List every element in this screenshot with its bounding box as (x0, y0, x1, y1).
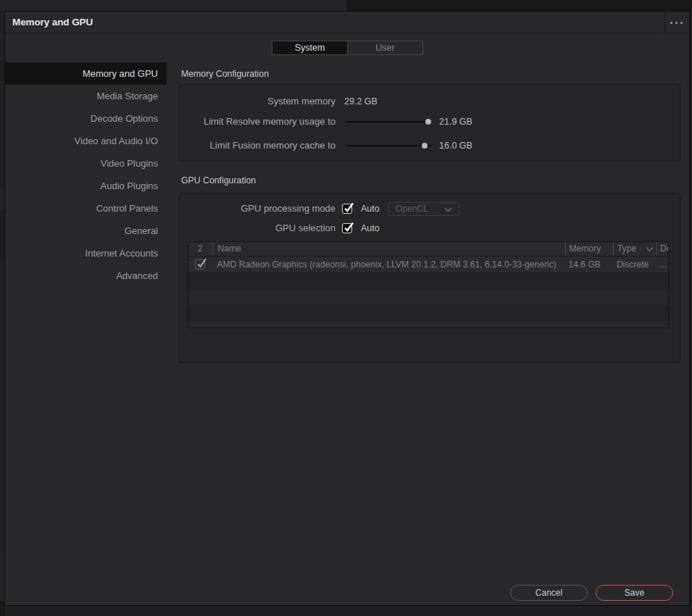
gpu-selection-label: GPU selection (180, 219, 335, 238)
background-app-top-left (0, 0, 347, 11)
background-app-right-edge (689, 11, 692, 616)
checkmark-icon (196, 258, 207, 270)
slider-knob[interactable] (422, 143, 428, 149)
gpu-table-empty-row (188, 289, 668, 305)
background-app-bottom-edge (5, 605, 689, 616)
gpu-configuration-panel: GPU processing mode Auto OpenCL GPU sele… (179, 193, 680, 363)
gpu-processing-mode-row: GPU processing mode Auto OpenCL (180, 199, 680, 218)
ellipsis-icon (680, 22, 683, 24)
sidebar-item-control-panels[interactable]: Control Panels (5, 197, 167, 220)
gpu-processing-mode-selected-option: OpenCL (396, 203, 428, 215)
background-app-left-edge (0, 11, 5, 616)
resolve-memory-value: 21.9 GB (439, 112, 472, 131)
gpu-table-empty-row (188, 305, 668, 321)
sidebar-item-memory-and-gpu[interactable]: Memory and GPU (5, 62, 167, 85)
gpu-name-cell: AMD Radeon Graphics (radeonsi, phoenix, … (212, 257, 565, 272)
gpu-configuration-heading: GPU Configuration (181, 173, 256, 188)
gpu-count-column-header[interactable]: 2 (188, 242, 212, 256)
gpu-row-checkbox[interactable] (195, 259, 205, 270)
memory-column-header[interactable]: Memory (565, 242, 613, 256)
sidebar-item-advanced[interactable]: Advanced (5, 265, 167, 287)
resolve-memory-row: Limit Resolve memory usage to 21.9 GB (180, 112, 680, 131)
gpu-processing-mode-label: GPU processing mode (180, 199, 335, 218)
fusion-cache-value: 16.0 GB (439, 136, 472, 155)
cancel-button[interactable]: Cancel (510, 585, 588, 601)
sidebar-item-video-plugins[interactable]: Video Plugins (5, 152, 167, 175)
slider-track (346, 121, 431, 122)
chevron-down-icon (444, 207, 452, 212)
ellipsis-icon (675, 22, 678, 24)
fusion-cache-label: Limit Fusion memory cache to (180, 136, 335, 155)
ellipsis-icon (670, 22, 672, 24)
system-memory-value: 29.2 GB (344, 92, 378, 111)
gpu-type-cell: Discrete (613, 257, 656, 272)
slider-knob[interactable] (425, 119, 431, 125)
gpu-device-cell: ... (656, 257, 667, 272)
screen: Memory and GPU System User Memory and GP… (0, 0, 692, 616)
gpu-selection-auto-label: Auto (361, 223, 380, 233)
gpu-selection-auto-checkbox[interactable] (342, 223, 352, 233)
name-column-header[interactable]: Name (212, 242, 565, 256)
sidebar: Memory and GPU Media Storage Decode Opti… (5, 62, 167, 287)
gpu-list-table: 2 Name Memory Type Device AMD Radeon Gra… (188, 241, 669, 328)
system-memory-row: System memory 29.2 GB (180, 92, 680, 111)
save-button[interactable]: Save (596, 585, 673, 601)
resolve-memory-label: Limit Resolve memory usage to (180, 112, 335, 131)
checkmark-icon (343, 202, 354, 214)
sidebar-item-decode-options[interactable]: Decode Options (5, 107, 167, 130)
sidebar-item-internet-accounts[interactable]: Internet Accounts (5, 242, 167, 265)
fusion-cache-row: Limit Fusion memory cache to 16.0 GB (180, 136, 680, 155)
memory-configuration-heading: Memory Configuration (181, 67, 269, 81)
preferences-dialog: Memory and GPU System User Memory and GP… (5, 12, 689, 605)
gpu-processing-mode-select[interactable]: OpenCL (388, 202, 459, 216)
device-column-header[interactable]: Device (656, 242, 667, 256)
sidebar-item-general[interactable]: General (5, 220, 167, 242)
gpu-processing-mode-auto-checkbox[interactable] (342, 204, 352, 214)
sort-chevron-down-icon (646, 247, 654, 251)
scope-tabs: System User (272, 41, 423, 55)
gpu-memory-cell: 14.6 GB (565, 257, 613, 272)
sidebar-item-video-and-audio-io[interactable]: Video and Audio I/O (5, 130, 167, 152)
gpu-selection-row: GPU selection Auto (180, 219, 680, 238)
gpu-table-row[interactable]: AMD Radeon Graphics (radeonsi, phoenix, … (188, 257, 668, 272)
tab-user[interactable]: User (347, 41, 422, 54)
dialog-title: Memory and GPU (12, 12, 93, 33)
background-app-top-right (347, 0, 692, 11)
type-column-header[interactable]: Type (613, 242, 656, 256)
sidebar-item-audio-plugins[interactable]: Audio Plugins (5, 175, 167, 197)
dialog-titlebar: Memory and GPU (5, 12, 689, 33)
fusion-cache-slider[interactable] (346, 142, 431, 149)
gpu-table-empty-row (188, 322, 668, 328)
system-memory-label: System memory (180, 92, 335, 111)
slider-track (346, 145, 431, 146)
ellipsis-menu-button[interactable] (665, 12, 689, 33)
checkmark-icon (343, 222, 354, 233)
gpu-table-empty-row (188, 272, 668, 288)
gpu-table-header: 2 Name Memory Type Device (188, 242, 668, 257)
gpu-processing-mode-auto-label: Auto (361, 204, 380, 214)
tab-system[interactable]: System (272, 41, 347, 54)
resolve-memory-slider[interactable] (346, 118, 431, 125)
sidebar-item-media-storage[interactable]: Media Storage (5, 85, 167, 107)
memory-configuration-panel: System memory 29.2 GB Limit Resolve memo… (179, 84, 680, 162)
